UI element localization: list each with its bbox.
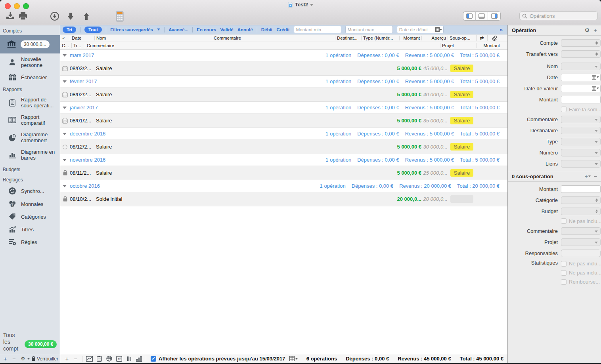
commentaire-combo[interactable] xyxy=(561,116,601,123)
group-row-decembre-2016[interactable]: décembre 2016 1 opération Dépenses : 0,0… xyxy=(60,128,507,140)
sidebar-item-rapport-sous-operations[interactable]: Rapport de sous-opérati... xyxy=(0,94,60,111)
remove-operation-button[interactable]: − xyxy=(71,355,80,362)
add-account-button[interactable]: + xyxy=(2,355,9,362)
add-sub-operation-button[interactable]: + xyxy=(585,173,591,179)
unchecked-checkbox[interactable] xyxy=(561,218,567,224)
line-chart-button[interactable] xyxy=(84,356,94,362)
filter-all-button[interactable]: Tout xyxy=(84,27,102,33)
search-input[interactable] xyxy=(529,13,590,19)
table-row[interactable]: 08/10/2... Solde initial 20 000,0... 20 … xyxy=(60,192,507,206)
attachment-column-header[interactable] xyxy=(487,35,501,41)
saved-filters-button[interactable]: Filtres sauvegardés xyxy=(110,27,153,32)
column-header-commentaire[interactable]: Commentaire xyxy=(212,36,335,40)
sidebar-item-titres[interactable]: Titres xyxy=(0,223,60,236)
sidebar-item-monnaies[interactable]: $ Monnaies xyxy=(0,198,60,210)
column-header-date[interactable]: Date xyxy=(70,36,94,40)
inspector-gear-icon[interactable]: ⚙ xyxy=(585,27,590,33)
filter-credit-button[interactable]: Crédit xyxy=(276,27,289,32)
filter-annule-button[interactable]: Annulé xyxy=(237,27,253,32)
amount-max-input[interactable] xyxy=(345,26,393,33)
sidebar-item-categories[interactable]: Catégories xyxy=(0,210,60,223)
planned-date-picker-button[interactable] xyxy=(289,356,298,361)
more-filters-button[interactable]: » xyxy=(500,27,505,33)
advanced-filter-button[interactable]: Avancé... xyxy=(168,27,188,32)
filter-debit-button[interactable]: Débit xyxy=(261,27,273,32)
disclosure-triangle-icon[interactable] xyxy=(63,107,67,109)
move-down-button[interactable] xyxy=(64,10,77,22)
date-valeur-input[interactable] xyxy=(561,85,601,92)
column-header-tr[interactable]: Tr... xyxy=(71,43,85,48)
table-row[interactable]: 08/02/2... Salaire 5 000,00 € 40 000,0..… xyxy=(60,88,507,102)
disclosure-triangle-icon[interactable] xyxy=(63,159,67,161)
column-header-projet[interactable]: Projet xyxy=(440,43,477,48)
euro-statement-button[interactable]: € xyxy=(114,356,124,362)
sidebar-gear-icon[interactable]: ⚙ xyxy=(19,356,27,362)
transfert-vers-select[interactable] xyxy=(561,50,601,58)
sub-montant-input[interactable] xyxy=(561,185,601,193)
unchecked-checkbox[interactable] xyxy=(561,107,567,112)
montant-input[interactable] xyxy=(561,96,601,103)
column-header-montant[interactable]: Montant xyxy=(399,36,421,40)
table-row[interactable]: 08/01/2... Salaire 5 000,00 € 35 000,0..… xyxy=(60,114,507,128)
amount-min-input[interactable] xyxy=(294,26,341,33)
disclosure-triangle-icon[interactable] xyxy=(63,133,67,135)
move-up-button[interactable] xyxy=(80,10,93,22)
group-row-janvier-2017[interactable]: janvier 2017 1 opération Dépenses : 0,00… xyxy=(60,102,507,114)
sidebar-item-synchro[interactable]: Synchro... xyxy=(0,184,60,198)
liens-combo[interactable] xyxy=(561,160,601,168)
nom-combo[interactable] xyxy=(561,63,601,70)
calculator-button[interactable] xyxy=(113,10,126,22)
sidebar-item-tous-les-comptes[interactable]: Tous les compt 30 000,00 € xyxy=(0,331,60,354)
start-date-input[interactable] xyxy=(397,27,435,32)
toggle-right-panel-button[interactable] xyxy=(488,12,500,20)
remove-account-button[interactable]: − xyxy=(10,355,17,362)
inspector-add-button[interactable]: + xyxy=(593,27,597,34)
type-combo[interactable] xyxy=(561,138,601,145)
filter-valide-button[interactable]: Validé xyxy=(220,27,233,32)
lock-button[interactable]: Verrouiller xyxy=(31,356,58,362)
budget-select[interactable] xyxy=(561,208,601,215)
sidebar-item-account[interactable]: 30 000,0... xyxy=(0,35,60,53)
show-planned-operations-toggle[interactable]: ✓ Afficher les opérations prévues jusqu'… xyxy=(151,356,285,362)
column-header-c[interactable]: C... xyxy=(60,43,71,48)
print-button[interactable] xyxy=(17,10,29,22)
disclosure-triangle-icon[interactable] xyxy=(63,80,67,83)
download-operations-button[interactable] xyxy=(48,10,61,22)
compare-bars-button[interactable] xyxy=(124,356,134,362)
column-header-montant-2[interactable]: Montant xyxy=(477,43,501,48)
projet-combo[interactable] xyxy=(561,238,601,246)
compte-select[interactable] xyxy=(561,39,601,47)
checkmark-column-header[interactable]: ✓ xyxy=(60,35,70,41)
sidebar-item-diagramme-barres[interactable]: Diagramme en barres xyxy=(0,146,60,164)
categorie-select[interactable] xyxy=(561,196,601,204)
group-row-mars-2017[interactable]: mars 2017 1 opération Dépenses : 0,00 € … xyxy=(60,50,507,61)
column-header-sous-operations[interactable]: Sous-op... xyxy=(448,36,476,40)
column-header-commentaire-2[interactable]: Commentaire xyxy=(85,43,440,48)
group-row-octobre-2016[interactable]: octobre 2016 1 opération Dépenses : 0,00… xyxy=(60,180,507,192)
unchecked-checkbox[interactable] xyxy=(561,270,567,276)
add-operation-button[interactable]: + xyxy=(63,355,71,362)
transfer-column-header-icon[interactable]: ⇄ xyxy=(476,35,487,41)
titlebar-proxy[interactable]: Test2 xyxy=(0,1,601,8)
table-row[interactable]: 08/11/2... Salaire 5 000,00 € 25 000,0..… xyxy=(60,166,507,180)
sub-commentaire-combo[interactable] xyxy=(561,227,601,235)
saved-filters-chevron-icon[interactable] xyxy=(157,29,160,30)
column-header-destinataire[interactable]: Destinat... xyxy=(335,36,361,40)
table-row[interactable]: 08/03/2... Salaire 5 000,00 € 45 000,0..… xyxy=(60,61,507,76)
numero-combo[interactable] xyxy=(561,149,601,156)
filter-en-cours-button[interactable]: En cours xyxy=(197,27,216,32)
checked-checkbox[interactable]: ✓ xyxy=(151,356,156,362)
sidebar-item-echeancier[interactable]: Échéancier xyxy=(0,71,60,84)
import-button[interactable] xyxy=(4,10,17,22)
sort-button[interactable]: Tri xyxy=(63,27,76,33)
group-row-fevrier-2017[interactable]: février 2017 1 opération Dépenses : 0,00… xyxy=(60,76,507,88)
column-header-apercu[interactable]: Aperçu xyxy=(421,36,448,40)
toggle-left-panel-button[interactable] xyxy=(463,12,476,20)
remove-sub-operation-button[interactable]: − xyxy=(594,173,597,179)
bar-chart-button[interactable] xyxy=(134,356,144,362)
unchecked-checkbox[interactable] xyxy=(561,261,567,267)
date-input[interactable] xyxy=(561,74,601,81)
sidebar-item-nouvelle-personne[interactable]: Nouvelle personne xyxy=(0,53,60,71)
column-header-type[interactable]: Type (Numér... xyxy=(361,36,399,40)
group-row-novembre-2016[interactable]: novembre 2016 1 opération Dépenses : 0,0… xyxy=(60,154,507,166)
